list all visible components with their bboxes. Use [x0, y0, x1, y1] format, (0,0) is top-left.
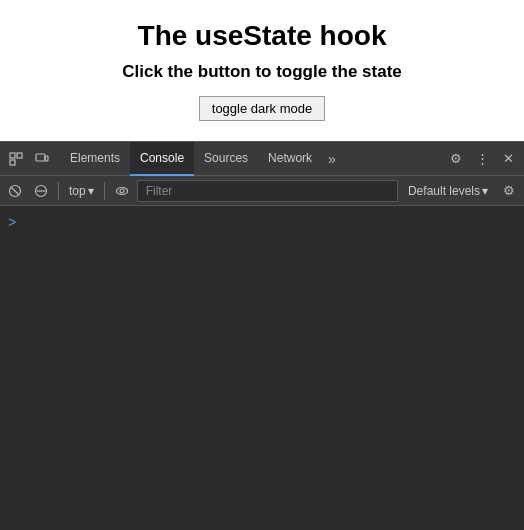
page-subtitle: Click the button to toggle the state — [122, 62, 402, 82]
console-chevron-icon: > — [8, 214, 16, 230]
inspect-icon[interactable] — [4, 147, 28, 171]
tab-sources[interactable]: Sources — [194, 142, 258, 176]
clear-console-icon[interactable] — [4, 180, 26, 202]
tab-network[interactable]: Network — [258, 142, 322, 176]
console-toolbar: top ▾ Default levels ▾ ⚙ — [0, 176, 524, 206]
devtools-right-icons: ⚙ ⋮ ✕ — [444, 147, 520, 171]
svg-rect-0 — [10, 153, 15, 158]
svg-rect-3 — [36, 154, 45, 161]
eye-icon[interactable] — [111, 180, 133, 202]
devtools-tabs: Elements Console Sources Network » — [60, 142, 444, 176]
console-filter-input[interactable] — [137, 180, 398, 202]
settings-icon[interactable]: ⚙ — [444, 147, 468, 171]
context-selector[interactable]: top ▾ — [65, 182, 98, 200]
svg-line-6 — [12, 187, 19, 194]
svg-rect-4 — [45, 156, 48, 161]
default-levels-selector[interactable]: Default levels ▾ — [402, 182, 494, 200]
console-settings-icon[interactable]: ⚙ — [498, 180, 520, 202]
svg-rect-2 — [17, 153, 22, 158]
toggle-dark-mode-button[interactable]: toggle dark mode — [199, 96, 325, 121]
devtools-tabbar: Elements Console Sources Network » ⚙ ⋮ ✕ — [0, 142, 524, 176]
close-devtools-icon[interactable]: ✕ — [496, 147, 520, 171]
page-title: The useState hook — [138, 20, 387, 52]
tab-console[interactable]: Console — [130, 142, 194, 176]
devtools-panel: Elements Console Sources Network » ⚙ ⋮ ✕ — [0, 141, 524, 530]
toolbar-separator-2 — [104, 182, 105, 200]
console-prompt-line: > — [8, 214, 516, 230]
ban-icon[interactable] — [30, 180, 52, 202]
devtools-left-icons — [4, 147, 54, 171]
device-toolbar-icon[interactable] — [30, 147, 54, 171]
svg-rect-1 — [10, 160, 15, 165]
more-tabs-button[interactable]: » — [322, 151, 342, 167]
toolbar-separator-1 — [58, 182, 59, 200]
page-content: The useState hook Click the button to to… — [0, 0, 524, 141]
console-output-area: > — [0, 206, 524, 530]
svg-point-10 — [120, 189, 124, 193]
more-options-icon[interactable]: ⋮ — [470, 147, 494, 171]
tab-elements[interactable]: Elements — [60, 142, 130, 176]
